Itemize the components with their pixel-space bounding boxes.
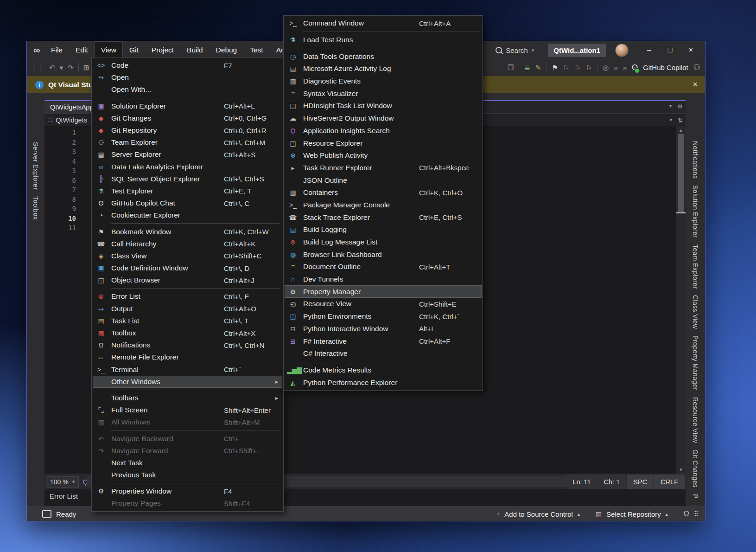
menu-item-web-publish-activity[interactable]: ⊕ Web Publish Activity [285,149,482,162]
menu-item-hdinsight-task-list-window[interactable]: ▤ HDInsight Task List Window [285,100,482,112]
chevron-up-icon[interactable]: ▴ [666,512,668,517]
menu-item-all-windows[interactable]: ▥ All Windows Shift+Alt+M [93,416,282,428]
menubar-item-debug[interactable]: Debug [210,41,244,59]
menu-item-call-hierarchy[interactable]: ☎ Call Hierarchy Ctrl+Alt+K [93,238,282,250]
menu-item-package-manager-console[interactable]: >_ Package Manager Console [285,199,482,212]
menu-item-solution-explorer[interactable]: ▣ Solution Explorer Ctrl+Alt+L [93,100,282,112]
sidebar-tab-server-explorer[interactable]: Server Explorer [32,142,39,190]
chevron-up-icon[interactable]: ▴ [578,512,580,517]
menu-item-output[interactable]: ↦ Output Ctrl+Alt+O [93,303,282,315]
menu-item-error-list[interactable]: ⊗ Error List Ctrl+\, E [93,290,282,302]
menu-item-navigate-backward[interactable]: ↶ Navigate Backward Ctrl+- [93,432,282,444]
previous-bookmark-icon[interactable]: ⚐ [563,64,569,71]
chevron-down-icon[interactable]: ▾ [670,117,673,124]
menu-item-terminal[interactable]: >_ Terminal Ctrl+` [93,364,282,376]
menu-item-code-metrics-results[interactable]: ▂▅▇ Code Metrics Results [285,364,482,377]
menu-item-microsoft-azure-activity-log[interactable]: ▤ Microsoft Azure Activity Log [285,63,482,75]
sidebar-tab-solution-explorer[interactable]: Solution Explorer [692,185,699,237]
menu-item-previous-task[interactable]: Previous Task [93,469,282,481]
next-bookmark-icon[interactable]: ⚐ [574,64,580,71]
github-copilot-button[interactable]: GitHub Copilot [643,64,688,71]
gear-icon[interactable]: ⚙ [677,103,683,110]
panel-tab-error-list[interactable]: Error List [46,489,82,503]
menubar-item-view[interactable]: View [95,41,123,59]
menu-item-remote-file-explorer[interactable]: ▱ Remote File Explorer [93,351,282,363]
menu-item-build-logging[interactable]: ▤ Build Logging [285,224,482,236]
menu-item-open[interactable]: ↪ Open [93,71,282,83]
sidebar-tab-team-explorer[interactable]: Team Explorer [692,244,699,289]
menu-item-property-manager[interactable]: ⚙ Property Manager [285,285,482,298]
solution-name-badge[interactable]: QtWid...ation1 [548,44,606,57]
zoom-selector[interactable]: 100 % ▾ [46,476,79,488]
quick-search-icon[interactable]: ◎ [603,64,609,71]
menu-item-toolbars[interactable]: Toolbars ▸ [93,392,282,404]
toolbar-separator[interactable] [597,63,597,72]
vertical-scrollbar[interactable]: ▲ ▼ [676,126,686,474]
menu-item-test-explorer[interactable]: ⚗ Test Explorer Ctrl+E, T [93,185,282,197]
copy-document-icon[interactable]: ❐ [508,64,514,71]
project-dropdown[interactable]: ∷ QtWidgets [44,116,87,124]
menu-item-python-environments[interactable]: ◫ Python Environments Ctrl+K, Ctrl+` [285,310,482,323]
menu-item-open-with[interactable]: Open With... [93,83,282,96]
edit-list-icon[interactable]: ✎ [535,64,541,71]
navigate-forward-icon[interactable]: ↷ [68,64,74,71]
sidebar-tab-notifications[interactable]: Notifications [692,141,699,179]
menu-item-task-list[interactable]: ▤ Task List Ctrl+\, T [93,315,282,327]
menu-item-load-test-runs[interactable]: ⚗ Load Test Runs [285,34,482,46]
select-repository-button[interactable]: Select Repository [606,510,661,518]
menu-item-properties-window[interactable]: ⚙ Properties Window F4 [93,485,282,497]
menu-item-bookmark-window[interactable]: ⚑ Bookmark Window Ctrl+K, Ctrl+W [93,225,282,237]
resize-grip-icon[interactable]: ⠿ [694,510,699,518]
menu-item-other-windows[interactable]: Other Windows ▸ [93,376,282,388]
bell-icon[interactable]: Ω [684,510,689,518]
add-to-source-control-button[interactable]: Add to Source Control [504,510,573,518]
menu-item-syntax-visualizer[interactable]: ≡ Syntax Visualizer [285,87,482,100]
menu-item-class-view[interactable]: ◈ Class View Ctrl+Shift+C [93,250,282,262]
menubar-item-git[interactable]: Git [123,41,145,59]
menu-item-git-repository[interactable]: ◆ Git Repository Ctrl+0, Ctrl+R [93,124,282,136]
menubar-item-project[interactable]: Project [145,41,180,59]
toolbar-separator[interactable] [519,63,519,72]
menu-item-task-runner-explorer[interactable]: ▸ Task Runner Explorer Ctrl+Alt+Bkspce [285,162,482,174]
close-button[interactable]: × [680,42,701,58]
menubar-item-test[interactable]: Test [243,41,269,59]
caret-down-icon[interactable]: ▾ [60,64,64,71]
user-avatar[interactable] [615,44,629,57]
scrollbar-thumb[interactable] [678,134,684,212]
search-control[interactable]: Search ▾ [491,46,539,54]
minimize-button[interactable]: – [639,42,660,58]
menu-item-navigate-forward[interactable]: ↷ Navigate Forward Ctrl+Shift+- [93,445,282,457]
menu-item-document-outline[interactable]: ≡ Document Outline Ctrl+Alt+T [285,261,482,273]
menu-item-dev-tunnels[interactable]: ∩ Dev Tunnels [285,273,482,286]
menu-item-resource-explorer[interactable]: ◰ Resource Explorer [285,137,482,149]
github-copilot-icon[interactable]: ʘ [632,64,638,72]
menu-item-notifications[interactable]: Ω Notifications Ctrl+\, Ctrl+N [93,339,282,351]
menu-item-property-pages[interactable]: Property Pages Shift+F4 [93,497,282,509]
document-tab[interactable]: QtWidgetsApp [44,101,99,113]
list-members-icon[interactable]: ≣ [524,64,530,71]
clear-bookmarks-icon[interactable]: ⚐ [586,64,592,71]
menu-item-data-tools-operations[interactable]: ◷ Data Tools Operations [285,50,482,63]
expand-region-icon[interactable]: » [623,64,627,71]
menu-item-resource-view[interactable]: ◴ Resource View Ctrl+Shift+E [285,298,482,310]
new-project-icon[interactable]: ⊞ [83,64,89,71]
menu-item-build-log-message-list[interactable]: ⊗ Build Log Message List [285,236,482,249]
menu-item-github-copilot-chat[interactable]: ʘ GitHub Copilot Chat Ctrl+\, C [93,197,282,209]
menu-item-fsharp-interactive[interactable]: ⊞ F# Interactive Ctrl+Alt+F [285,335,482,347]
menu-item-json-outline[interactable]: JSON Outline [285,174,482,186]
menu-item-diagnostic-events[interactable]: ▥ Diagnostic Events [285,75,482,88]
menu-item-toolbox[interactable]: ▦ Toolbox Ctrl+Alt+X [93,327,282,339]
menu-item-next-task[interactable]: Next Task [93,457,282,469]
scroll-down-icon[interactable]: ▼ [676,467,686,472]
person-icon[interactable]: ⚇ [693,64,700,71]
menu-item-python-interactive-window[interactable]: ⊟ Python Interactive Window Alt+I [285,323,482,335]
menubar-item-file[interactable]: File [44,41,69,59]
toolbar-separator[interactable] [546,63,546,72]
menu-item-application-insights-search[interactable]: Ϙ Application Insights Search [285,125,482,137]
menu-item-code-definition-window[interactable]: ▣ Code Definition Window Ctrl+\, D [93,262,282,274]
menu-item-full-screen[interactable]: ⌜⌟ Full Screen Shift+Alt+Enter [93,404,282,416]
menu-item-containers[interactable]: ▥ Containers Ctrl+K, Ctrl+O [285,186,482,199]
menubar-item-edit[interactable]: Edit [69,41,95,59]
tab-list-chevron-icon[interactable]: ▾ [669,103,672,110]
menu-item-csharp-interactive[interactable]: C# Interactive [285,347,482,360]
